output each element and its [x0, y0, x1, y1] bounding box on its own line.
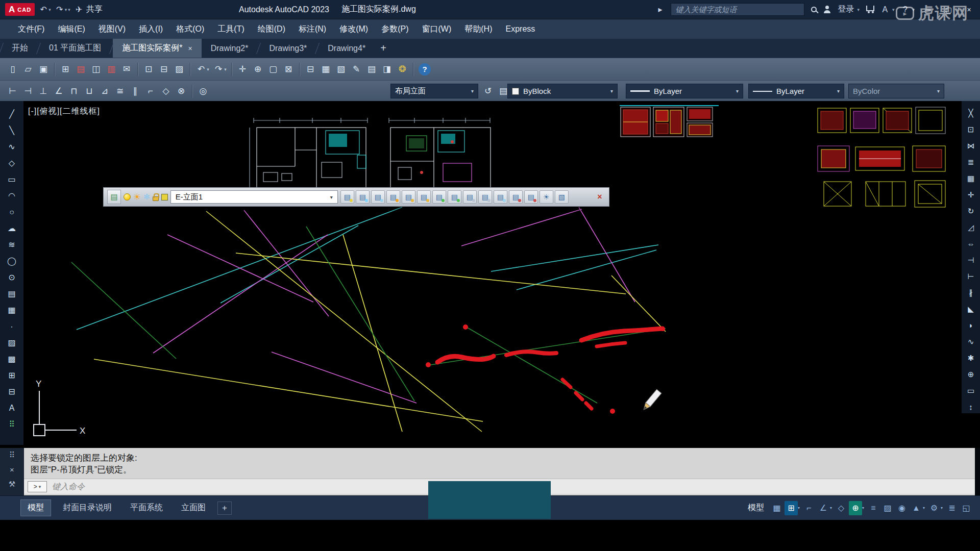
insert-block-icon[interactable]: ▤ [4, 286, 19, 302]
chevron-down-icon[interactable]: ▾ [471, 88, 474, 94]
tab-drawing3[interactable]: Drawing3* [260, 39, 316, 58]
lineweight-dropdown[interactable]: ByLayer ▾ [626, 84, 743, 98]
sheet-set-manager-icon[interactable]: ▧ [333, 61, 349, 78]
share-button[interactable]: ✈ 共享 [75, 4, 103, 16]
help-icon[interactable]: ? [419, 63, 431, 76]
lock-icon[interactable] [153, 196, 159, 201]
help-caret-icon[interactable]: ▾ [912, 7, 915, 12]
match-properties-icon[interactable]: ▨ [172, 61, 187, 78]
line-icon[interactable]: ╱ [4, 106, 19, 122]
blend-curves-icon[interactable]: ∿ [964, 334, 978, 349]
layer-freeze-icon[interactable]: ▤ [371, 190, 385, 204]
osnap-caret-icon[interactable]: ▾ [861, 501, 866, 515]
layer-freeze-snow-icon[interactable]: ✻ [143, 192, 150, 202]
search-input[interactable] [675, 5, 800, 14]
undo-caret-icon[interactable]: ▾ [205, 61, 211, 78]
layer-off-icon[interactable]: ▤ [386, 190, 400, 204]
rectangle-icon[interactable]: ▭ [4, 171, 19, 187]
help-icon[interactable]: ? [901, 4, 909, 16]
autodesk-a-icon[interactable]: A [881, 4, 889, 16]
new-file-icon[interactable]: ▯ [5, 61, 20, 78]
pan-icon[interactable]: ✛ [235, 61, 250, 78]
snap-midpoint-icon[interactable]: ⊣ [20, 83, 36, 99]
circle-icon[interactable]: ○ [4, 204, 19, 220]
paste-clip-icon[interactable]: ⊟ [156, 61, 172, 78]
drawing-canvas[interactable]: Y X [-][俯视][二维线框] ▤ ☀ ✻ E-立面1 ▾ ▤▤▤▤▤▤▤▤… [0, 101, 980, 448]
layout-tab-model[interactable]: 模型 [20, 499, 51, 516]
region-icon[interactable]: ⊞ [4, 367, 19, 383]
layer-delete-icon[interactable]: ▤ [524, 190, 538, 204]
layer-on-bulb-icon[interactable] [124, 193, 131, 201]
rotate-icon[interactable]: ↻ [964, 203, 978, 219]
chevron-right-icon[interactable]: ▸ [656, 4, 664, 16]
reverse-icon[interactable]: ↕ [964, 399, 978, 415]
user-icon[interactable] [823, 6, 831, 13]
snap-angle-icon[interactable]: ∠ [51, 83, 66, 99]
gradient-icon[interactable]: ▩ [4, 351, 19, 367]
menu-modify[interactable]: 修改(M) [333, 19, 375, 39]
layer-unlock-icon[interactable]: ▤ [417, 190, 431, 204]
zoom-extents-icon[interactable]: ⊠ [281, 61, 296, 78]
etransmit-icon[interactable]: ✉ [119, 61, 134, 78]
polyline-icon[interactable]: ∿ [4, 139, 19, 155]
layout-tab-cover[interactable]: 封面目录说明 [56, 500, 118, 516]
minimize-button[interactable]: ─ [921, 3, 935, 16]
tool-palettes-icon[interactable]: ▤ [364, 61, 379, 78]
ortho-mode-icon[interactable]: ⌐ [802, 501, 816, 515]
copy-clip-icon[interactable]: ⊡ [141, 61, 156, 78]
hatch-icon[interactable]: ▨ [4, 335, 19, 350]
undo-caret-icon[interactable]: ▾ [48, 7, 51, 12]
new-tab-button[interactable]: + [375, 39, 392, 58]
mirror-icon[interactable]: ⋈ [964, 138, 978, 154]
zoom-window-icon[interactable]: ▢ [265, 61, 281, 78]
layer-previous-icon[interactable]: ▤ [463, 190, 477, 204]
render-icon[interactable]: ❂ [395, 61, 410, 78]
point-icon[interactable]: ∙ [4, 318, 19, 334]
ellipse-icon[interactable]: ◯ [4, 253, 19, 269]
menu-dimension[interactable]: 标注(N) [292, 19, 333, 39]
properties-palette-icon[interactable]: ◨ [379, 61, 395, 78]
spline-icon[interactable]: ≋ [4, 237, 19, 253]
stretch-icon[interactable]: ⇔ [964, 236, 978, 252]
trim-icon[interactable]: ⊣ [964, 252, 978, 268]
layout-tab-elevation[interactable]: 立面图 [175, 500, 212, 516]
tab-close-icon[interactable]: × [188, 44, 192, 53]
tab-start[interactable]: 开始 [3, 39, 37, 58]
viewport-label[interactable]: [-][俯视][二维线框] [28, 106, 100, 117]
construction-line-icon[interactable]: ╲ [4, 122, 19, 138]
cart-icon[interactable] [866, 6, 874, 11]
redo-caret-icon[interactable]: ▾ [223, 61, 228, 78]
menu-insert[interactable]: 插入(I) [132, 19, 169, 39]
align-icon[interactable]: ▭ [964, 383, 978, 398]
layer-unisolate-icon[interactable]: ▤ [356, 190, 370, 204]
lineweight-display-icon[interactable]: ≡ [867, 501, 880, 515]
chevron-down-icon[interactable]: ▾ [837, 88, 840, 94]
chevron-down-icon[interactable]: ▾ [330, 194, 333, 200]
polar-caret-icon[interactable]: ▾ [828, 501, 834, 515]
erase-icon[interactable]: ╳ [964, 105, 978, 121]
wrench-icon[interactable]: ⚒ [9, 480, 15, 489]
selection-cycling-icon[interactable]: ◉ [895, 501, 909, 515]
ellipse-arc-icon[interactable]: ⊙ [4, 269, 19, 285]
chamfer-icon[interactable]: ◣ [964, 301, 978, 317]
fillet-icon[interactable]: ◗ [964, 317, 978, 333]
chevron-down-icon[interactable]: ▾ [610, 88, 613, 94]
signin-label[interactable]: 登录 [838, 4, 854, 15]
tab-drawing4[interactable]: Drawing4* [318, 39, 375, 58]
move-icon[interactable]: ✛ [964, 187, 978, 203]
snap-caret-icon[interactable]: ▾ [796, 501, 801, 515]
menu-edit[interactable]: 编辑(E) [51, 19, 91, 39]
revision-cloud-icon[interactable]: ☁ [4, 220, 19, 236]
transparency-icon[interactable]: ▨ [881, 501, 894, 515]
search-box[interactable] [671, 3, 804, 16]
copy-icon[interactable]: ⊡ [964, 121, 978, 137]
layer-lock-icon[interactable]: ▤ [402, 190, 415, 204]
layer-merge-icon[interactable]: ▤ [509, 190, 523, 204]
layout-tab-plan[interactable]: 平面系统 [124, 500, 169, 516]
snap-center-icon[interactable]: ⊿ [97, 83, 112, 99]
publish-icon[interactable]: ▥ [104, 61, 119, 78]
layer-fade-sun-icon[interactable]: ☀ [540, 190, 553, 204]
layer-properties-icon[interactable]: ▤ [107, 190, 121, 204]
create-block-icon[interactable]: ▦ [4, 302, 19, 318]
plot-dwf-icon[interactable]: ▤ [73, 61, 88, 78]
